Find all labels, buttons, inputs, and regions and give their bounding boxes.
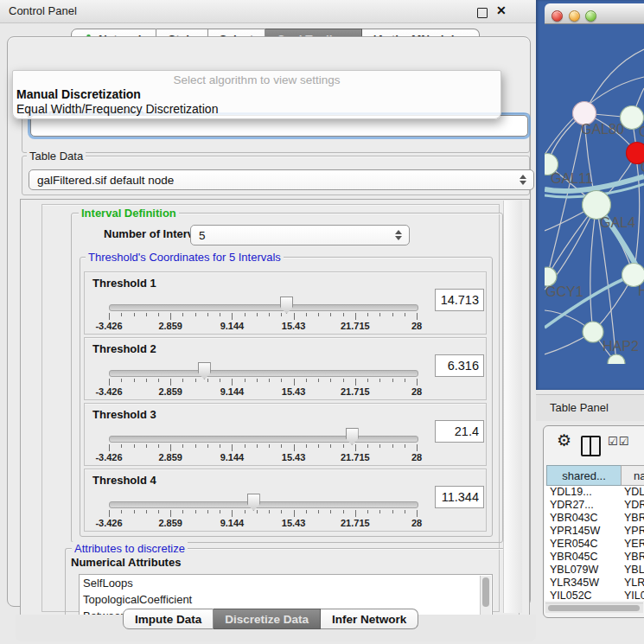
threshold-slider-track[interactable]: [109, 501, 418, 508]
threshold-slider-thumb[interactable]: [198, 362, 211, 379]
combobox-spinner-icon: [395, 230, 402, 240]
threshold-slider-track[interactable]: [109, 304, 418, 311]
network-node-label: GAL4: [600, 215, 635, 230]
threshold-slider-track[interactable]: [109, 436, 418, 443]
tab-discretize-data[interactable]: Discretize Data: [214, 609, 321, 629]
application-window: Control Panel ✕ NetworkStyleSelectCyni T…: [0, 0, 644, 644]
table-row[interactable]: YIL052CYIL052C: [545, 590, 644, 601]
cell-shared-name: YPR145W: [550, 525, 600, 538]
dropdown-prompt-item[interactable]: Select algorithm to view settings: [13, 73, 501, 87]
tab-label: Infer Network: [332, 613, 406, 626]
threshold-slider-thumb[interactable]: [346, 428, 359, 445]
mac-close-icon[interactable]: [552, 10, 563, 22]
combobox-spinner-icon: [520, 175, 526, 185]
threshold-label: Threshold 1: [92, 277, 156, 290]
network-node-gcy1[interactable]: [545, 267, 557, 286]
cell-name: YDL19: [624, 486, 644, 499]
control-panel-titlebar: Control Panel ✕: [0, 0, 536, 23]
list-scrollbar-thumb[interactable]: [482, 577, 489, 607]
tab-impute-data[interactable]: Impute Data: [123, 609, 214, 629]
slider-ticks: [85, 379, 486, 386]
split-pane-icon[interactable]: [581, 436, 601, 456]
table-data-group-title: Table Data: [27, 150, 86, 163]
table-rows: YDL19...YDL19YDR27...YDR27YBR043CYBR043C…: [545, 486, 644, 601]
dropdown-option[interactable]: Manual Discretization: [13, 87, 501, 102]
dropdown-options: Manual DiscretizationEqual Width/Frequen…: [13, 87, 501, 117]
cell-name: YBR043C: [624, 512, 644, 525]
slider-tick-labels: -3.4262.8599.14415.4321.71528: [85, 386, 486, 397]
threshold-value-input[interactable]: [435, 354, 484, 377]
network-edge: [547, 125, 583, 277]
threshold-value-input[interactable]: [435, 289, 484, 311]
interval-definition-title: Interval Definition: [79, 207, 179, 220]
table-panel-titlebar: Table Panel: [536, 394, 644, 423]
table-row[interactable]: YER054CYER054C: [545, 538, 644, 551]
slider-ticks: [85, 313, 486, 321]
threshold-panel: Threshold 3-3.4262.8599.14415.4321.71528: [84, 403, 487, 466]
number-of-intervals-value: 5: [199, 229, 206, 242]
float-window-icon[interactable]: [477, 8, 488, 18]
threshold-slider-thumb[interactable]: [280, 296, 293, 314]
table-row[interactable]: YDR27...YDR27: [545, 499, 644, 512]
table-row[interactable]: YPR145WYPR145W: [545, 525, 644, 538]
table-row[interactable]: YBR045CYBR045C: [545, 551, 644, 564]
numerical-attributes-label: Numerical Attributes: [71, 556, 181, 569]
network-window-titlebar[interactable]: [545, 3, 644, 24]
cell-name: YDR27: [624, 499, 644, 512]
mac-zoom-icon[interactable]: [585, 10, 596, 22]
attributes-group-title: Attributes to discretize: [72, 542, 188, 555]
column-header-shared-name[interactable]: shared...: [546, 465, 622, 486]
threshold-value-input[interactable]: [435, 486, 484, 508]
cell-shared-name: YDR27...: [550, 499, 594, 512]
cell-name: YPR145W: [624, 525, 644, 538]
slider-tick-labels: -3.4262.8599.14415.4321.71528: [85, 452, 486, 462]
network-canvas[interactable]: GAL80GACGAL11GAL4GCY1HAHAP2: [545, 23, 644, 364]
viewport-scrollbar[interactable]: [503, 201, 522, 613]
table-row[interactable]: YBR043CYBR043C: [545, 512, 644, 525]
algorithm-dropdown-popup: Select algorithm to view settings Manual…: [12, 70, 501, 119]
network-node-label: C: [641, 160, 644, 175]
cell-name: YBL079W: [624, 564, 644, 577]
table-row[interactable]: YBL079WYBL079W: [545, 564, 644, 577]
threshold-value-input[interactable]: [435, 420, 484, 443]
table-data-combobox[interactable]: galFiltered.sif default node: [29, 169, 534, 190]
network-edge: [584, 49, 644, 113]
table-hscrollbar-thumb[interactable]: [548, 605, 640, 611]
network-node-label: GAL11: [551, 171, 593, 186]
table-row[interactable]: YDL19...YDL19: [545, 486, 644, 499]
slider-ticks: [85, 510, 486, 518]
tab-infer-network[interactable]: Infer Network: [321, 609, 418, 629]
gear-icon[interactable]: ⚙: [557, 432, 571, 449]
network-node-label: HAP2: [603, 339, 639, 354]
network-node-hap2[interactable]: [583, 322, 603, 342]
checkbox-icons[interactable]: ☑☑: [608, 435, 629, 448]
threshold-panel: Threshold 4-3.4262.8599.14415.4321.71528: [84, 469, 487, 532]
attribute-list-item[interactable]: TopologicalCoefficient: [80, 591, 492, 608]
table-hscrollbar[interactable]: [545, 603, 643, 613]
attribute-list-item[interactable]: SelfLoops: [80, 575, 492, 591]
settings-inner-panel: Interval Definition Number of Intervals …: [41, 204, 500, 612]
close-icon[interactable]: ✕: [496, 3, 507, 17]
threshold-slider-thumb[interactable]: [247, 494, 260, 511]
column-header-name[interactable]: na: [621, 465, 644, 486]
threshold-label: Threshold 4: [92, 474, 156, 487]
threshold-sliders-container: Threshold 1-3.4262.8599.14415.4321.71528…: [84, 271, 487, 534]
threshold-label: Threshold 2: [92, 342, 156, 355]
number-of-intervals-combobox[interactable]: 5: [190, 225, 410, 245]
tab-label: Discretize Data: [225, 613, 309, 626]
slider-tick-labels: -3.4262.8599.14415.4321.71528: [85, 518, 486, 528]
cell-name: YIL052C: [624, 590, 644, 601]
cell-name: YBR045C: [624, 551, 644, 564]
cyni-toolbox-panel: Discretization Algorithm Table Data galF…: [7, 36, 531, 607]
threshold-panel: Threshold 1-3.4262.8599.14415.4321.71528: [84, 271, 487, 335]
cell-name: YER054C: [624, 538, 644, 551]
slider-ticks: [85, 444, 486, 452]
table-row[interactable]: YLR345WYLR345W: [545, 577, 644, 590]
list-scrollbar[interactable]: [480, 576, 491, 615]
network-node-label: GAL80: [581, 122, 624, 137]
cell-shared-name: YDL19...: [550, 486, 592, 499]
threshold-slider-track[interactable]: [109, 370, 418, 377]
mac-minimize-icon[interactable]: [569, 10, 580, 22]
threshold-panel: Threshold 2-3.4262.8599.14415.4321.71528: [84, 337, 487, 400]
dropdown-option[interactable]: Equal Width/Frequency Discretization: [13, 102, 501, 117]
